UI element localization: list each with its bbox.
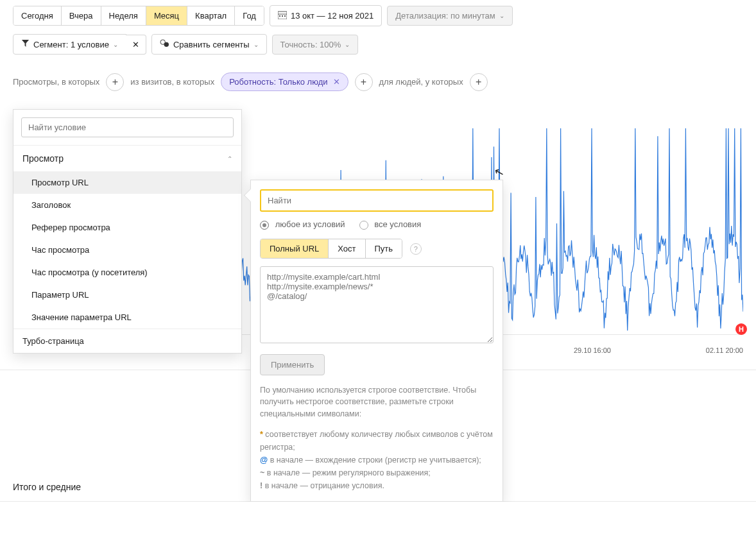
apply-button[interactable]: Применить (260, 354, 325, 375)
condition-item-title[interactable]: Заголовок (13, 194, 241, 216)
chip-label: Роботность: Только люди (229, 77, 327, 87)
add-view-condition-button[interactable]: + (106, 73, 124, 91)
period-year[interactable]: Год (235, 6, 264, 25)
compare-segments-button[interactable]: Сравнить сегменты ⌄ (151, 34, 267, 55)
svg-rect-2 (279, 15, 280, 17)
holiday-badge[interactable]: Н (735, 323, 747, 335)
radio-all-conditions[interactable]: все условия (359, 219, 422, 230)
condition-item-url-param-value[interactable]: Значение параметра URL (13, 306, 241, 329)
period-month[interactable]: Месяц (146, 6, 187, 25)
plus-icon: + (112, 76, 118, 88)
x-tick: 29.10 16:00 (574, 346, 611, 354)
radio-any-condition[interactable]: любое из условий (260, 219, 345, 230)
views-in-which-label: Просмотры, в которых (13, 77, 99, 87)
robotness-chip[interactable]: Роботность: Только люди ✕ (221, 73, 348, 91)
calendar-icon (278, 10, 287, 21)
period-today[interactable]: Сегодня (13, 6, 62, 25)
date-range-picker[interactable]: 13 окт — 12 ноя 2021 (270, 5, 382, 26)
chevron-down-icon: ⌄ (345, 41, 350, 48)
chip-remove-icon[interactable]: ✕ (333, 77, 340, 87)
compare-icon (160, 39, 169, 49)
close-icon: ✕ (132, 40, 139, 49)
hint-tilde: в начале — режим регулярного выражения; (267, 468, 431, 477)
hint-list: * соответствует любому количеству любых … (260, 428, 494, 492)
svg-rect-3 (282, 15, 283, 17)
condition-item-referer[interactable]: Реферер просмотра (13, 216, 241, 239)
conditions-group-header[interactable]: Просмотр ⌃ (13, 145, 241, 171)
chevron-down-icon: ⌄ (253, 41, 259, 48)
hint-bang: в начале — отрицание условия. (265, 481, 384, 490)
chevron-down-icon: ⌄ (113, 41, 118, 48)
funnel-icon (21, 39, 30, 49)
period-week[interactable]: Неделя (101, 6, 146, 25)
tab-full-url[interactable]: Полный URL (261, 239, 329, 258)
period-quarter[interactable]: Квартал (187, 6, 235, 25)
chevron-up-icon: ⌃ (227, 155, 232, 162)
hint-at: в начале — вхождение строки (регистр не … (270, 456, 481, 465)
condition-item-view-hour-visitor[interactable]: Час просмотра (у посетителя) (13, 261, 241, 284)
period-tabs: Сегодня Вчера Неделя Месяц Квартал Год (13, 6, 264, 26)
plus-icon: + (361, 76, 366, 88)
group-label: Просмотр (22, 153, 64, 164)
x-tick: 02.11 20:00 (706, 346, 743, 354)
segment-clear-button[interactable]: ✕ (126, 35, 146, 55)
tab-path[interactable]: Путь (366, 239, 402, 258)
url-type-tabs: Полный URL Хост Путь (260, 239, 402, 259)
add-people-condition-button[interactable]: + (470, 73, 488, 91)
period-yesterday[interactable]: Вчера (62, 6, 101, 25)
radio-label: все условия (374, 219, 421, 229)
condition-item-url-param[interactable]: Параметр URL (13, 284, 241, 306)
svg-rect-4 (284, 15, 286, 17)
segment-label: Сегмент: 1 условие (33, 40, 109, 49)
url-filter-panel: любое из условий все условия Полный URL … (250, 180, 503, 502)
from-visits-label: из визитов, в которых (130, 77, 214, 87)
hint-default: По умолчанию используется строгое соотве… (260, 384, 494, 420)
svg-point-6 (164, 42, 169, 47)
help-icon[interactable]: ? (410, 243, 422, 255)
detalization-dropdown[interactable]: Детализация: по минутам ⌄ (387, 6, 512, 26)
chevron-down-icon: ⌄ (499, 12, 504, 19)
radio-icon (359, 221, 368, 230)
radio-label: любое из условий (275, 219, 345, 229)
accuracy-label: Точность: 100% (280, 40, 341, 49)
url-list-textarea[interactable] (260, 266, 494, 343)
totals-label: Итого и средние (13, 482, 81, 492)
condition-item-view-hour[interactable]: Час просмотра (13, 239, 241, 261)
condition-search-input[interactable] (21, 117, 234, 137)
tab-host[interactable]: Хост (329, 239, 365, 258)
plus-icon: + (476, 76, 481, 88)
radio-icon (260, 221, 269, 230)
detalization-label: Детализация: по минутам (395, 11, 495, 21)
for-people-label: для людей, у которых (379, 77, 463, 87)
conditions-dropdown-panel: Просмотр ⌃ Просмотр URL Заголовок Рефере… (13, 109, 242, 354)
url-filter-search-input[interactable] (260, 189, 494, 212)
accuracy-dropdown[interactable]: Точность: 100% ⌄ (272, 35, 359, 55)
condition-item-view-url[interactable]: Просмотр URL (13, 171, 241, 194)
add-visit-condition-button[interactable]: + (355, 73, 373, 91)
date-range-label: 13 окт — 12 ноя 2021 (291, 11, 374, 21)
compare-label: Сравнить сегменты (173, 40, 250, 49)
segment-button[interactable]: Сегмент: 1 условие ⌄ (13, 34, 126, 55)
condition-item-turbo[interactable]: Турбо-страница (13, 329, 241, 353)
hint-star: соответствует любому количеству любых си… (260, 430, 493, 452)
